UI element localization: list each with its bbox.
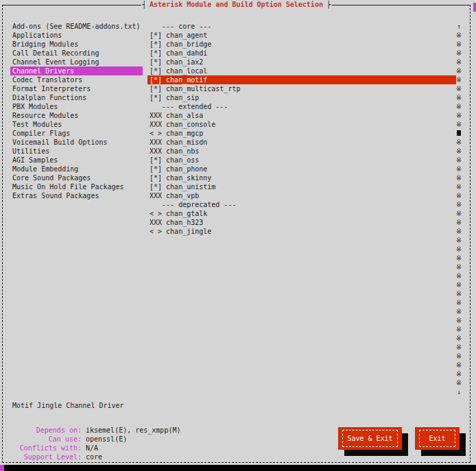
module-item[interactable]: [*] chan_phone bbox=[147, 165, 456, 173]
module-item[interactable]: [*] chan_bridge bbox=[147, 40, 456, 49]
category-item[interactable]: Music On Hold File Packages bbox=[10, 182, 143, 191]
module-section-header: --- core --- bbox=[147, 22, 456, 31]
module-info-row: Can use:openssl(E) bbox=[10, 435, 180, 444]
scroll-track-mark: ※ bbox=[454, 173, 464, 182]
scroll-track-mark: ※ bbox=[454, 343, 464, 352]
save-exit-button-label: Save & Exit bbox=[342, 430, 398, 447]
category-item[interactable]: PBX Modules bbox=[10, 102, 143, 111]
category-item[interactable]: Resource Modules bbox=[10, 111, 143, 120]
scroll-track-mark: ※ bbox=[454, 280, 464, 289]
scroll-track-mark: ※ bbox=[454, 40, 464, 49]
scroll-track-mark: ※ bbox=[454, 236, 464, 245]
scroll-track-mark: ※ bbox=[454, 218, 464, 227]
scroll-track-mark: ※ bbox=[454, 111, 464, 120]
scroll-track-mark: ※ bbox=[454, 182, 464, 191]
dialog-title-bar: ┤Asterisk Module and Build Option Select… bbox=[141, 0, 332, 10]
terminal-edge-accent bbox=[473, 3, 476, 12]
module-item[interactable]: XXX chan_nbs bbox=[147, 147, 456, 156]
field-value: N/A bbox=[82, 444, 98, 452]
module-item[interactable]: XXX chan_console bbox=[147, 120, 456, 129]
field-label: Depends on: bbox=[10, 426, 82, 435]
category-item[interactable]: Test Modules bbox=[10, 120, 143, 129]
scroll-track-mark: ※ bbox=[454, 31, 464, 40]
scroll-up-arrow-icon: ↑ bbox=[454, 22, 464, 31]
scroll-track-mark: ※ bbox=[454, 75, 464, 84]
exit-button[interactable]: Exit bbox=[415, 427, 460, 450]
module-item[interactable]: XXX chan_vpb bbox=[147, 191, 456, 200]
module-item[interactable]: [*] chan_multicast_rtp bbox=[147, 84, 456, 93]
module-info-fields: Depends on:iksemel(E), res_xmpp(M)Can us… bbox=[10, 426, 180, 461]
module-item[interactable]: < > chan_jingle bbox=[147, 227, 456, 236]
category-item[interactable]: Voicemail Build Options bbox=[10, 138, 143, 147]
module-item[interactable]: [*] chan_agent bbox=[147, 31, 456, 40]
scroll-track-mark: ※ bbox=[454, 191, 464, 200]
field-label: Support Level: bbox=[10, 452, 82, 461]
module-info-row: Depends on:iksemel(E), res_xmpp(M) bbox=[10, 426, 180, 435]
module-item[interactable]: [*] chan_local bbox=[147, 67, 456, 75]
module-item[interactable]: [*] chan_oss bbox=[147, 156, 456, 165]
save-exit-button[interactable]: Save & Exit bbox=[338, 427, 402, 450]
terminal-bottom-bar bbox=[0, 465, 476, 471]
field-label: Conflicts with: bbox=[10, 444, 82, 452]
category-item[interactable]: Channel Event Logging bbox=[10, 58, 143, 67]
module-item[interactable]: XXX chan_h323 bbox=[147, 218, 456, 227]
scroll-track-mark: ※ bbox=[454, 165, 464, 173]
scroll-track-mark: ※ bbox=[454, 209, 464, 218]
module-item[interactable]: < > chan_gtalk bbox=[147, 209, 456, 218]
scroll-track-mark: ※ bbox=[454, 138, 464, 147]
scroll-thumb bbox=[454, 129, 464, 138]
category-item[interactable]: Extras Sound Packages bbox=[10, 191, 143, 200]
category-item[interactable]: Applications bbox=[10, 31, 143, 40]
module-item[interactable]: [*] chan_unistim bbox=[147, 182, 456, 191]
scroll-down-arrow-icon: ↓ bbox=[454, 387, 464, 396]
module-item[interactable]: [*] chan_sip bbox=[147, 93, 456, 102]
field-value: openssl(E) bbox=[82, 435, 127, 443]
terminal-cursor-block bbox=[0, 465, 4, 471]
category-item[interactable]: Codec Translators bbox=[10, 75, 143, 84]
scroll-track-mark: ※ bbox=[454, 200, 464, 209]
scroll-track-mark: ※ bbox=[454, 227, 464, 236]
scroll-track-mark: ※ bbox=[454, 93, 464, 102]
scroll-track-mark: ※ bbox=[454, 378, 464, 387]
category-item[interactable]: Bridging Modules bbox=[10, 40, 143, 49]
module-item[interactable]: [*] chan_skinny bbox=[147, 173, 456, 182]
scroll-track-mark: ※ bbox=[454, 102, 464, 111]
category-item[interactable]: Dialplan Functions bbox=[10, 93, 143, 102]
category-item[interactable]: Module Embedding bbox=[10, 165, 143, 173]
module-item[interactable]: [*] chan_motif bbox=[147, 75, 456, 84]
scroll-track-mark: ※ bbox=[454, 298, 464, 307]
module-item[interactable]: XXX chan_misdn bbox=[147, 138, 456, 147]
module-info-row: Conflicts with:N/A bbox=[10, 444, 180, 452]
category-item[interactable]: AGI Samples bbox=[10, 156, 143, 165]
scroll-thumb-block bbox=[457, 130, 461, 136]
scroll-track-mark: ※ bbox=[454, 49, 464, 58]
scroll-track-mark: ※ bbox=[454, 352, 464, 361]
title-right-bracket: ├ bbox=[326, 1, 331, 8]
scroll-track-mark: ※ bbox=[454, 325, 464, 334]
scroll-track-mark: ※ bbox=[454, 120, 464, 129]
scrollbar[interactable]: ↑※※※※※※※※※※※※※※※※※※※※※※※※※※※※※※※※※※※※※※※… bbox=[454, 22, 464, 396]
category-item[interactable]: Core Sound Packages bbox=[10, 173, 143, 182]
scroll-track-mark: ※ bbox=[454, 58, 464, 67]
module-item[interactable]: XXX chan_alsa bbox=[147, 111, 456, 120]
category-item[interactable]: Add-ons (See README-addons.txt) bbox=[10, 22, 143, 31]
module-item[interactable]: [*] chan_dahdi bbox=[147, 49, 456, 58]
scroll-track-mark: ※ bbox=[454, 84, 464, 93]
module-item[interactable]: < > chan_mgcp bbox=[147, 129, 456, 138]
scroll-track-mark: ※ bbox=[454, 147, 464, 156]
category-list: Add-ons (See README-addons.txt)Applicati… bbox=[10, 22, 143, 200]
exit-button-label: Exit bbox=[419, 430, 455, 447]
page-title: Asterisk Module and Build Option Selecti… bbox=[146, 1, 326, 8]
module-info-row: Support Level:core bbox=[10, 452, 180, 461]
category-item[interactable]: Call Detail Recording bbox=[10, 49, 143, 58]
module-list: --- core ---[*] chan_agent[*] chan_bridg… bbox=[147, 22, 456, 236]
category-item[interactable]: Utilities bbox=[10, 147, 143, 156]
category-item[interactable]: Format Interpreters bbox=[10, 84, 143, 93]
module-item[interactable]: [*] chan_iax2 bbox=[147, 58, 456, 67]
scroll-track-mark: ※ bbox=[454, 307, 464, 316]
field-value: core bbox=[82, 453, 102, 461]
category-item[interactable]: Compiler Flags bbox=[10, 129, 143, 138]
scroll-track-mark: ※ bbox=[454, 254, 464, 263]
category-item[interactable]: Channel Drivers bbox=[10, 67, 143, 75]
scroll-track-mark: ※ bbox=[454, 245, 464, 254]
